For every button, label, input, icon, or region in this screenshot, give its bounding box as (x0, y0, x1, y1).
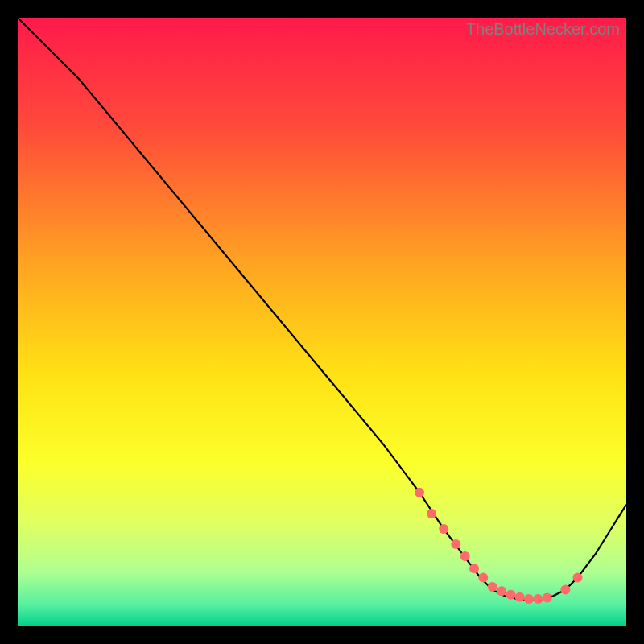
highlight-dot (439, 524, 448, 534)
highlight-dot (415, 488, 424, 497)
highlight-dot (533, 594, 543, 604)
highlight-dot (506, 590, 515, 600)
highlight-dot (469, 564, 479, 573)
watermark-label: TheBottleNecker.com (466, 20, 620, 39)
chart-canvas (18, 18, 626, 626)
plot-area: TheBottleNecker.com (18, 18, 626, 626)
chart-frame: TheBottleNecker.com (0, 0, 644, 644)
highlight-dot (488, 582, 497, 592)
highlight-dot (497, 586, 506, 596)
gradient-background (18, 18, 626, 626)
highlight-dot (451, 539, 460, 549)
highlight-dot (478, 573, 488, 583)
highlight-dot (427, 509, 436, 518)
highlight-dot (543, 593, 552, 603)
highlight-dot (515, 592, 525, 602)
highlight-dot (560, 585, 570, 595)
highlight-dot (573, 573, 583, 583)
highlight-dot (460, 551, 470, 561)
highlight-dot (524, 594, 534, 604)
